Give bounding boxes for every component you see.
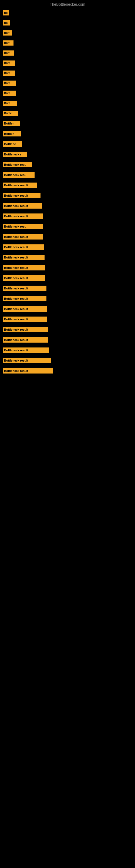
- list-item: Bottleneck result: [0, 304, 135, 314]
- list-item: Bottleneck result: [0, 191, 135, 200]
- bottleneck-label: Bottl: [3, 61, 15, 66]
- list-item: Bottleneck result: [0, 294, 135, 304]
- bottleneck-label: Bottleneck result: [3, 193, 41, 198]
- bottleneck-label: Bottleneck result: [3, 316, 47, 322]
- bottleneck-label: Bottleneck result: [3, 347, 49, 353]
- bottleneck-label: Bottleneck result: [3, 358, 51, 363]
- list-item: Bottleneck result: [0, 366, 135, 376]
- list-item: Bottleneck resu: [0, 222, 135, 231]
- bottleneck-label: Bottleneck result: [3, 255, 45, 260]
- bottleneck-label: Bottleneck resu: [3, 224, 43, 229]
- list-item: Bottl: [0, 98, 135, 108]
- bottleneck-label: Bottleneck result: [3, 296, 46, 301]
- bottleneck-label: Bottlene: [3, 141, 22, 147]
- list-item: Bottleneck result: [0, 242, 135, 252]
- list-item: Bottleneck result: [0, 232, 135, 242]
- list-item: Bottleneck result: [0, 211, 135, 221]
- list-item: Bottleneck result: [0, 283, 135, 293]
- list-item: Bottl: [0, 88, 135, 98]
- bottleneck-label: Bottl: [3, 91, 16, 96]
- list-item: Bottleneck result: [0, 273, 135, 283]
- bottleneck-label: Bott: [3, 51, 14, 56]
- bottleneck-label: Bottleneck result: [3, 327, 48, 332]
- bottleneck-label: Bottl: [3, 81, 16, 86]
- list-item: Bottl: [0, 58, 135, 68]
- bottleneck-label: Bottleneck resu: [3, 162, 32, 167]
- list-item: Bo: [0, 8, 135, 18]
- bottleneck-label: Bottleneck result: [3, 183, 37, 188]
- list-item: Bottl: [0, 68, 135, 78]
- bottleneck-label: Bottleneck result: [3, 306, 47, 312]
- bottleneck-label: Bottleneck result: [3, 244, 44, 250]
- list-item: Bottleneck result: [0, 355, 135, 365]
- list-item: Bottleneck result: [0, 325, 135, 335]
- bottleneck-label: Bo: [3, 20, 10, 26]
- list-item: Bottleneck result: [0, 345, 135, 355]
- list-item: Bottleneck result: [0, 252, 135, 262]
- list-item: Bottleneck result: [0, 335, 135, 345]
- bottleneck-label: Bottleneck result: [3, 214, 43, 219]
- list-item: Bott: [0, 28, 135, 38]
- list-item: Bott: [0, 38, 135, 48]
- bottleneck-label: Bottlen: [3, 131, 21, 136]
- bottleneck-label: Bottleneck result: [3, 203, 42, 209]
- list-item: Bottleneck r: [0, 150, 135, 159]
- list-item: Bottlen: [0, 119, 135, 128]
- list-item: Bottlene: [0, 139, 135, 149]
- list-item: Bottleneck result: [0, 263, 135, 273]
- list-item: Bottleneck resu: [0, 170, 135, 180]
- bottleneck-label: Bottlen: [3, 121, 20, 126]
- bottleneck-label: Bottleneck result: [3, 368, 53, 373]
- list-item: Bottlen: [0, 129, 135, 138]
- bottleneck-label: Bott: [3, 30, 12, 35]
- bottleneck-label: Bott: [3, 40, 13, 45]
- list-item: Bott: [0, 48, 135, 58]
- bottleneck-label: Bottleneck result: [3, 286, 46, 291]
- bottleneck-label: Bottl: [3, 70, 15, 76]
- bottleneck-label: Bottleneck resu: [3, 172, 35, 178]
- bottleneck-label: Bottleneck result: [3, 265, 45, 271]
- list-item: Bottle: [0, 108, 135, 118]
- bottleneck-label: Bottleneck r: [3, 152, 27, 157]
- site-title: TheBottlenecker.com: [0, 0, 135, 8]
- bottleneck-label: Bottl: [3, 101, 17, 106]
- bottleneck-label: Bottle: [3, 111, 18, 116]
- list-item: Bottleneck result: [0, 314, 135, 324]
- bottleneck-label: Bottleneck result: [3, 234, 43, 240]
- bottleneck-label: Bo: [3, 10, 9, 16]
- items-container: BoBoBottBottBottBottlBottlBottlBottlBott…: [0, 8, 135, 376]
- list-item: Bottleneck result: [0, 180, 135, 190]
- bottleneck-label: Bottleneck result: [3, 275, 45, 281]
- bottleneck-label: Bottleneck result: [3, 337, 48, 343]
- list-item: Bottleneck result: [0, 201, 135, 211]
- list-item: Bottleneck resu: [0, 160, 135, 169]
- list-item: Bottl: [0, 79, 135, 88]
- list-item: Bo: [0, 18, 135, 28]
